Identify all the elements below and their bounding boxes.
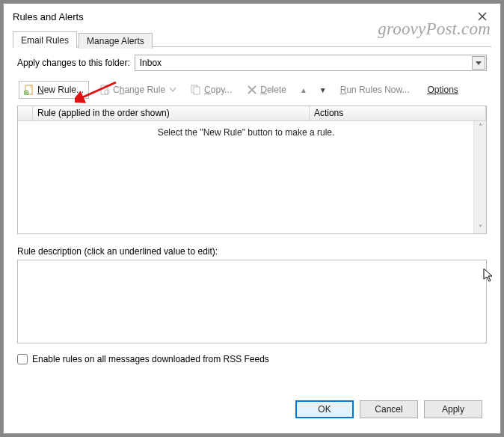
rules-list-body[interactable]: Select the "New Rule" button to make a r… <box>18 121 486 233</box>
tab-content: Apply changes to this folder: Inbox <box>13 47 491 393</box>
run-rules-now-button[interactable]: Run Rules Now... <box>336 82 414 98</box>
cancel-button[interactable]: Cancel <box>360 400 418 418</box>
delete-icon <box>247 85 257 95</box>
vertical-scrollbar[interactable]: ˄ ˅ <box>473 121 486 233</box>
folder-value: Inbox <box>135 58 166 68</box>
new-rule-label: New Rule... <box>37 85 84 95</box>
delete-label: Delete <box>260 85 286 95</box>
empty-list-message: Select the "New Rule" button to make a r… <box>18 127 474 138</box>
change-rule-label: Change Rule <box>113 85 165 95</box>
move-down-button[interactable]: ▼ <box>316 86 330 94</box>
options-label: Options <box>424 85 458 95</box>
scroll-down-icon: ˅ <box>479 222 482 233</box>
rules-list: Rule (applied in the order shown) Action… <box>17 106 487 234</box>
options-button[interactable]: Options <box>420 82 462 98</box>
folder-row: Apply changes to this folder: Inbox <box>17 55 487 71</box>
delete-button[interactable]: Delete <box>242 82 291 98</box>
dialog-buttons: OK Cancel Apply <box>13 393 491 426</box>
chevron-down-icon <box>476 61 482 65</box>
run-rules-label: Run Rules Now... <box>340 85 410 95</box>
header-checkbox-col[interactable] <box>18 106 33 120</box>
folder-combobox[interactable]: Inbox <box>135 55 487 71</box>
apply-button[interactable]: Apply <box>424 400 482 418</box>
move-up-button[interactable]: ▲ <box>297 86 310 94</box>
copy-icon <box>191 85 201 95</box>
tab-label: Email Rules <box>21 35 69 46</box>
rules-list-header: Rule (applied in the order shown) Action… <box>18 106 486 121</box>
new-rule-icon <box>24 85 34 95</box>
new-rule-button[interactable]: New Rule... <box>19 81 89 99</box>
titlebar: Rules and Alerts <box>4 4 500 29</box>
header-rule-col[interactable]: Rule (applied in the order shown) <box>33 106 310 120</box>
copy-label: Copy... <box>204 85 232 95</box>
svg-rect-5 <box>194 87 200 94</box>
rss-checkbox-label: Enable rules on all messages downloaded … <box>32 354 269 364</box>
tab-label: Manage Alerts <box>87 36 144 46</box>
folder-label: Apply changes to this folder: <box>17 58 130 68</box>
scroll-up-icon: ˄ <box>479 121 482 132</box>
change-rule-button[interactable]: Change Rule <box>95 82 180 98</box>
description-label: Rule description (click an underlined va… <box>17 246 487 257</box>
window-title: Rules and Alerts <box>10 11 84 22</box>
tab-manage-alerts[interactable]: Manage Alerts <box>79 33 153 49</box>
change-rule-icon <box>99 85 110 95</box>
description-box[interactable] <box>17 260 487 343</box>
dialog-window: Rules and Alerts Email Rules Manage Aler… <box>3 3 501 434</box>
chevron-down-icon <box>170 88 176 92</box>
header-actions-col[interactable]: Actions <box>310 106 486 120</box>
rules-toolbar: New Rule... Change Rule Copy... <box>17 79 487 101</box>
rss-checkbox-row: Enable rules on all messages downloaded … <box>17 354 487 364</box>
close-button[interactable] <box>469 7 496 26</box>
close-icon <box>478 12 487 21</box>
copy-button[interactable]: Copy... <box>186 82 236 98</box>
combobox-drop-button[interactable] <box>472 56 485 70</box>
rss-checkbox[interactable] <box>17 354 28 364</box>
client-area: Email Rules Manage Alerts Apply changes … <box>4 29 500 433</box>
tabstrip: Email Rules Manage Alerts <box>13 29 491 47</box>
ok-button[interactable]: OK <box>295 400 354 418</box>
tab-email-rules[interactable]: Email Rules <box>13 31 77 48</box>
